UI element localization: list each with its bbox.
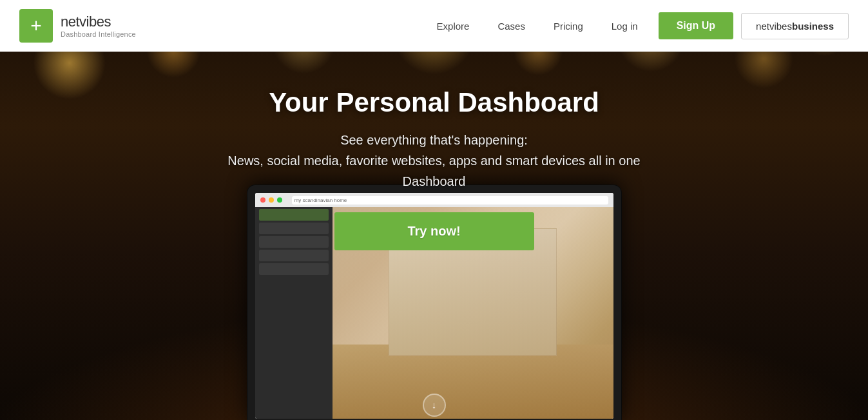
main-nav: Explore Cases Pricing Log in Sign Up net… [423,12,849,39]
nav-explore[interactable]: Explore [423,14,484,38]
hero-subtitle-line1: See everything that's happening: [340,133,528,147]
try-now-button[interactable]: Try now! [334,212,534,250]
hero-subtitle: See everything that's happening: News, s… [209,130,660,192]
scroll-down-icon: ↓ [423,394,446,417]
logo-name: netvibes [61,14,136,30]
logo-icon: + [19,9,53,43]
business-prefix: netvibes [756,21,792,32]
signup-button[interactable]: Sign Up [659,12,733,39]
header: + netvibes Dashboard Intelligence Explor… [0,0,868,52]
logo-text: netvibes Dashboard Intelligence [61,14,136,38]
hero-content: Your Personal Dashboard See everything t… [0,52,868,420]
logo-tagline: Dashboard Intelligence [61,30,136,38]
logo[interactable]: + netvibes Dashboard Intelligence [19,9,136,43]
business-suffix: business [792,21,834,32]
scroll-indicator[interactable]: ↓ [423,394,446,417]
nav-pricing[interactable]: Pricing [539,14,597,38]
hero-subtitle-line2: News, social media, favorite websites, a… [209,150,660,192]
nav-cases[interactable]: Cases [483,14,539,38]
business-button[interactable]: netvibesbusiness [741,13,849,39]
hero-title: Your Personal Dashboard [269,87,599,118]
nav-login[interactable]: Log in [597,14,652,38]
